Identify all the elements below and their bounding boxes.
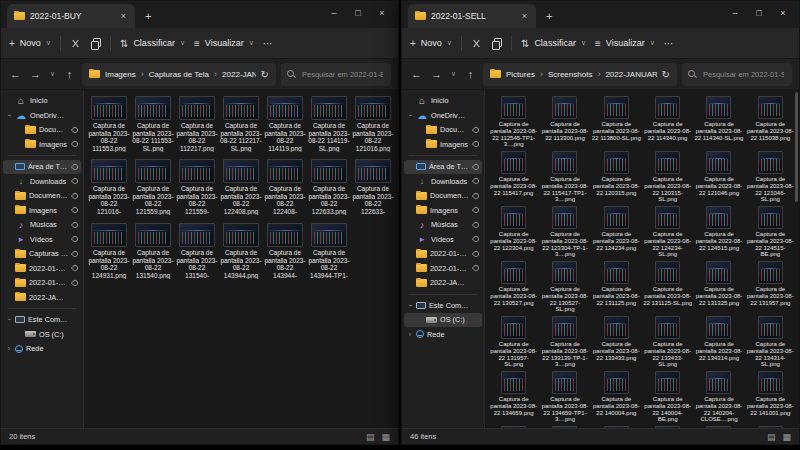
file-item[interactable]: Captura de pantalla 2023-08-22 114340.pn… [643,96,692,148]
sidebar-item[interactable]: Rede [3,342,81,356]
maximize-button[interactable]: □ [747,4,771,22]
file-item[interactable]: Captura de pantalla 2023-08-22 131540.pn… [132,223,174,280]
sidebar-item[interactable] [409,155,477,156]
file-item[interactable]: Captura de pantalla 2023-08-22 134314-SL… [746,316,795,368]
file-item[interactable]: Captura de pantalla 2023-08-22 113800-SL… [592,96,641,148]
file-item[interactable]: Captura de pantalla 2023-08-22 140004.pn… [592,371,641,423]
file-item[interactable]: Captura de pantalla 2023-08-22 114340-SL… [694,96,743,148]
sidebar-item[interactable]: Início [404,94,482,108]
file-item[interactable]: Captura de pantalla 2023-08-22 134659-TP… [540,371,589,423]
file-item[interactable]: Captura de pantalla 2023-08-22 131125-SL… [643,261,692,313]
sidebar-item[interactable]: Rede [404,328,482,342]
sidebar-item[interactable] [8,308,76,309]
sidebar-item[interactable]: Músicas [404,218,482,232]
file-item[interactable]: Captura de pantalla 2023-08-22 143944-TP… [308,223,350,280]
file-item[interactable]: Captura de pantalla 2023-08-22 124234.pn… [592,206,641,258]
file-item[interactable]: Captura de pantalla 2023-08-22 124515-BE… [746,206,795,258]
file-item[interactable]: Captura de pantalla 2023-08-22 122304.pn… [489,206,538,258]
new-tab-button[interactable]: + [139,10,157,22]
breadcrumb-item[interactable]: Imagens › [105,69,144,79]
sidebar-item[interactable]: Downloads [404,175,482,189]
view-button[interactable]: ≡ Visualizar ∨ [595,38,655,49]
file-item[interactable]: Captura de pantalla 2023-08-22 111553-SL… [132,96,174,152]
file-item[interactable]: Captura de pantalla 2023-08-22 112217.pn… [176,96,218,152]
sidebar-item[interactable]: 2022-JANUARY [3,291,81,305]
sidebar-item[interactable]: Imagens [404,138,482,152]
up-icon[interactable]: ↑ [62,68,77,80]
chevron-icon[interactable] [407,302,414,308]
file-item[interactable]: Captura de pantalla 2023-08-22 122633-BE… [352,159,394,216]
file-item[interactable]: Captura de pantalla 2023-08-22 131957.pn… [746,261,795,313]
file-item[interactable]: Captura de pantalla 2023-08-22 113300.pn… [540,96,589,148]
sidebar-item[interactable] [8,155,76,156]
scrollbar-thumb[interactable] [795,92,798,202]
sort-button[interactable]: ⇅ Classificar ∨ [521,38,586,49]
file-item[interactable]: Captura de pantalla 2023-08-22 114119.pn… [264,96,306,152]
new-tab-button[interactable]: + [540,10,558,22]
file-item[interactable]: Captura de pantalla 2023-08-22 124931.pn… [88,223,130,280]
file-item[interactable]: Captura de pantalla 2023-08-22 131125.pn… [592,261,641,313]
file-item[interactable]: Captura de pantalla 2023-08-22 120315.pn… [592,151,641,203]
search-box[interactable] [281,63,391,86]
file-item[interactable]: Captura de pantalla 2023-08-22 143332.pn… [746,426,795,428]
file-item[interactable]: Captura de pantalla 2023-08-22 115417-TP… [540,151,589,203]
sidebar-item[interactable]: Área de Trabalho [404,160,482,174]
more-options-icon[interactable]: ⋯ [263,38,273,49]
breadcrumb-item[interactable]: 2022-JANUARY › [222,69,256,79]
breadcrumb-item[interactable]: Capturas de Tela › [149,69,217,79]
file-item[interactable]: Captura de pantalla 2023-08-22 142717.pn… [540,426,589,428]
file-item[interactable]: Captura de pantalla 2023-08-22 143012-BE… [694,426,743,428]
file-item[interactable]: Captura de pantalla 2023-08-22 131325.pn… [694,261,743,313]
details-view-icon[interactable]: ▤ [767,432,776,442]
file-item[interactable]: Captura de pantalla 2023-08-22 131957-SL… [489,316,538,368]
sidebar-item[interactable]: Capturas de Tela [3,247,81,261]
new-button[interactable]: + Novo ∨ [410,38,452,49]
sidebar-item[interactable]: OS (C:) [3,328,81,342]
file-item[interactable]: Captura de pantalla 2023-08-22 122408.pn… [220,159,262,216]
file-item[interactable]: Captura de pantalla 2023-08-22 141001-SL… [489,426,538,428]
sort-button[interactable]: ⇅ Classificar ∨ [120,38,185,49]
back-icon[interactable]: ← [8,68,23,80]
file-item[interactable]: Captura de pantalla 2023-08-22 134659.pn… [489,371,538,423]
sidebar-item[interactable]: Imagens [3,204,81,218]
sidebar-item[interactable]: Este Computador [3,313,81,327]
thumbnail-view-icon[interactable]: ▦ [782,432,791,442]
file-item[interactable]: Captura de pantalla 2023-08-22 122633.pn… [308,159,350,216]
back-icon[interactable]: ← [409,68,424,80]
sidebar-item[interactable]: Documentos [404,123,482,137]
file-item[interactable]: Captura de pantalla 2023-08-22 115417.pn… [489,151,538,203]
file-item[interactable]: Captura de pantalla 2023-08-22 122408-SL… [264,159,306,216]
file-item[interactable]: Captura de pantalla 2023-08-22 140004-BE… [643,371,692,423]
maximize-button[interactable]: □ [346,4,370,22]
sidebar-item[interactable]: Documentos [3,189,81,203]
file-item[interactable]: Captura de pantalla 2023-08-22 121559.pn… [132,159,174,216]
file-item[interactable]: Captura de pantalla 2023-08-22 134314.pn… [694,316,743,368]
file-item[interactable]: Captura de pantalla 2023-08-22 112545-TP… [489,96,538,148]
sidebar-item[interactable]: Este Computador [404,299,482,313]
sidebar-item[interactable]: OneDrive - Personal [404,109,482,123]
chevron-icon[interactable] [6,112,13,118]
copy-icon[interactable] [491,38,502,49]
breadcrumb[interactable]: Imagens › Capturas de Tela › 2022-JANUAR… [82,63,276,86]
close-button[interactable]: × [370,4,394,22]
file-item[interactable]: Captura de pantalla 2023-08-22 114119-SL… [308,96,350,152]
file-item[interactable]: Captura de pantalla 2023-08-22 140204-CL… [694,371,743,423]
file-item[interactable]: Captura de pantalla 2023-08-22 133433-SL… [643,316,692,368]
refresh-icon[interactable]: ↻ [261,69,269,80]
file-item[interactable]: Captura de pantalla 2023-08-22 141001.pn… [746,371,795,423]
file-item[interactable]: Captura de pantalla 2023-08-22 121016.pn… [352,96,394,152]
details-view-icon[interactable]: ▤ [366,432,375,442]
breadcrumb-item[interactable]: Screenshots › [548,69,600,79]
sidebar-item[interactable]: 2022-01-BUY [3,276,81,290]
forward-icon[interactable]: → [429,68,444,80]
breadcrumb-item[interactable]: 2022-JANUARY › [605,69,656,79]
sidebar-item[interactable]: 2022-01-SELL [3,262,81,276]
minimize-button[interactable]: – [322,4,346,22]
tab-close-icon[interactable]: × [119,11,128,21]
chevron-icon[interactable] [407,331,413,338]
sidebar-item[interactable]: Downloads [3,175,81,189]
sidebar-item[interactable] [409,294,477,295]
chevron-icon[interactable] [6,317,13,323]
thumbnail-view-icon[interactable]: ▦ [381,432,390,442]
scrollbar[interactable] [795,92,798,426]
